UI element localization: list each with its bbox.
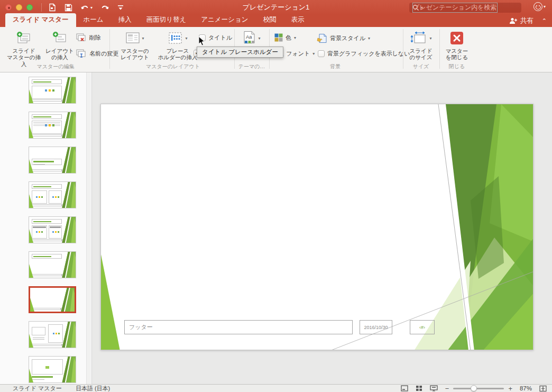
save-icon[interactable] bbox=[65, 4, 72, 12]
facet-theme-graphics bbox=[101, 104, 533, 350]
delete-button[interactable]: 削除 bbox=[76, 33, 101, 42]
tab-slide-master[interactable]: スライド マスター bbox=[5, 13, 76, 27]
tab-transitions[interactable]: 画面切り替え bbox=[139, 13, 194, 27]
group-label-themes: テーマの… bbox=[234, 63, 269, 70]
delete-icon bbox=[76, 33, 87, 42]
collapse-ribbon-button[interactable]: ⌃ bbox=[542, 17, 547, 24]
minimize-window-button[interactable] bbox=[16, 4, 22, 11]
background-styles-button[interactable]: 背景スタイル▾ bbox=[317, 33, 370, 43]
insert-slide-master-button[interactable]: スライド マスターの挿入 bbox=[5, 30, 42, 67]
share-label: 共有 bbox=[520, 16, 533, 25]
close-master-button[interactable]: マスター を閉じる bbox=[442, 30, 472, 61]
titlebar: ▾ プレゼンテーション1 ▾ プレゼンテーション内を検索 ▾ bbox=[0, 0, 552, 15]
slide-number-placeholder[interactable]: ‹#› bbox=[410, 320, 435, 334]
slide-thumbnail-8[interactable] bbox=[29, 321, 76, 348]
window-controls bbox=[5, 4, 33, 11]
search-input[interactable]: ▾ プレゼンテーション内を検索 bbox=[409, 3, 521, 13]
zoom-control: − + bbox=[445, 385, 512, 392]
insert-layout-button[interactable]: レイアウト の挿入 bbox=[43, 30, 76, 61]
customize-toolbar-button[interactable] bbox=[117, 4, 124, 11]
colors-icon bbox=[274, 33, 283, 42]
tooltip: タイトル プレースホルダー bbox=[197, 47, 283, 58]
feedback-smiley-button[interactable]: ▾ bbox=[533, 2, 546, 11]
fit-slide-to-window-button[interactable] bbox=[539, 385, 547, 392]
ribbon: スライド マスターの挿入 レイアウト の挿入 削除 名前の変更 マスターの編集 bbox=[0, 27, 552, 72]
person-plus-icon bbox=[509, 17, 518, 24]
theme-colors-button[interactable]: 色▾ bbox=[274, 33, 296, 42]
insert-placeholder-icon bbox=[168, 31, 183, 45]
new-presentation-icon[interactable] bbox=[48, 3, 57, 12]
group-label-size: サイズ bbox=[403, 63, 439, 70]
zoom-slider-thumb[interactable] bbox=[471, 385, 477, 391]
tab-home[interactable]: ホーム bbox=[76, 13, 111, 27]
rename-button[interactable]: 名前の変更 bbox=[76, 49, 118, 58]
toolbar-divider bbox=[41, 3, 42, 12]
mouse-cursor bbox=[198, 36, 205, 46]
tab-insert[interactable]: 挿入 bbox=[111, 13, 139, 27]
group-label-close: 閉じる bbox=[439, 63, 475, 70]
powerpoint-window: ▾ プレゼンテーション1 ▾ プレゼンテーション内を検索 ▾ スライド マスター… bbox=[0, 0, 552, 392]
close-master-icon bbox=[450, 31, 464, 45]
smiley-icon bbox=[533, 2, 542, 11]
background-styles-icon bbox=[317, 33, 327, 43]
slide-thumbnail-panel bbox=[0, 72, 92, 384]
insert-slide-master-icon bbox=[16, 31, 32, 45]
slide-size-icon bbox=[410, 31, 428, 45]
tab-review[interactable]: 校閲 bbox=[255, 13, 283, 27]
tab-animations[interactable]: アニメーション bbox=[194, 13, 255, 27]
slide-thumbnail-4[interactable] bbox=[29, 181, 76, 208]
insert-layout-icon bbox=[52, 31, 67, 45]
slideshow-view-button[interactable] bbox=[430, 385, 438, 391]
statusbar: スライド マスター 日本語 (日本) − + 87% bbox=[0, 384, 552, 392]
slide-size-button[interactable]: ▾ スライド のサイズ bbox=[406, 30, 436, 61]
slide-thumbnail-9[interactable] bbox=[29, 356, 76, 383]
tab-view[interactable]: 表示 bbox=[283, 13, 311, 27]
sidebar-scrollbar[interactable] bbox=[86, 72, 91, 384]
close-window-button[interactable] bbox=[5, 4, 12, 11]
slide-thumbnail-7[interactable] bbox=[29, 286, 76, 313]
insert-placeholder-button[interactable]: ▾ プレース ホルダーの挿入 bbox=[157, 30, 199, 61]
language-button[interactable]: 日本語 (日本) bbox=[76, 385, 110, 392]
zoom-slider[interactable] bbox=[453, 388, 504, 389]
date-placeholder[interactable]: 2016/10/30 bbox=[360, 320, 392, 334]
undo-dropdown-caret[interactable]: ▾ bbox=[90, 5, 93, 10]
slide-sorter-view-button[interactable] bbox=[416, 385, 422, 391]
footer-placeholder[interactable]: フッター bbox=[124, 320, 353, 334]
checkbox-icon[interactable] bbox=[318, 50, 325, 57]
master-layout-icon bbox=[125, 32, 140, 44]
slide-thumbnail-6[interactable] bbox=[29, 251, 76, 278]
slide-thumbnail-2[interactable] bbox=[29, 112, 76, 139]
group-label-background: 背景 bbox=[269, 63, 401, 70]
zoom-percentage[interactable]: 87% bbox=[520, 385, 532, 391]
search-placeholder: プレゼンテーション内を検索 bbox=[412, 3, 498, 13]
normal-view-button[interactable] bbox=[401, 385, 408, 391]
rename-icon bbox=[76, 49, 87, 58]
undo-button[interactable]: ▾ bbox=[80, 4, 93, 11]
slide-canvas: フッター 2016/10/30 ‹#› bbox=[93, 72, 552, 384]
slide-thumbnail-1[interactable] bbox=[29, 77, 76, 104]
zoom-out-button[interactable]: − bbox=[445, 385, 449, 392]
ribbon-separator bbox=[109, 29, 110, 69]
ribbon-tabbar: スライド マスター ホーム 挿入 画面切り替え アニメーション 校閲 表示 共有… bbox=[0, 15, 552, 27]
zoom-in-button[interactable]: + bbox=[508, 385, 512, 392]
master-layout-button[interactable]: ▾ マスターの レイアウト bbox=[114, 30, 155, 61]
theme-aa-icon: Aa bbox=[243, 31, 256, 45]
group-label-master-edit: マスターの編集 bbox=[5, 63, 106, 70]
slide-thumbnail-5[interactable] bbox=[29, 216, 76, 243]
view-mode-label[interactable]: スライド マスター bbox=[13, 385, 62, 392]
slide-editing-area[interactable]: フッター 2016/10/30 ‹#› bbox=[100, 104, 533, 350]
themes-button[interactable]: Aa ▾ bbox=[238, 30, 265, 47]
smiley-caret: ▾ bbox=[544, 4, 546, 9]
redo-button[interactable] bbox=[100, 4, 109, 11]
zoom-window-button[interactable] bbox=[26, 4, 33, 11]
share-button[interactable]: 共有 bbox=[509, 16, 533, 25]
svg-text:Aa: Aa bbox=[246, 34, 252, 40]
group-label-master-layout: マスターのレイアウト bbox=[112, 63, 234, 70]
hide-background-graphics-checkbox[interactable]: 背景グラフィックを表示しない bbox=[318, 50, 410, 58]
slide-thumbnail-3[interactable] bbox=[29, 147, 76, 174]
